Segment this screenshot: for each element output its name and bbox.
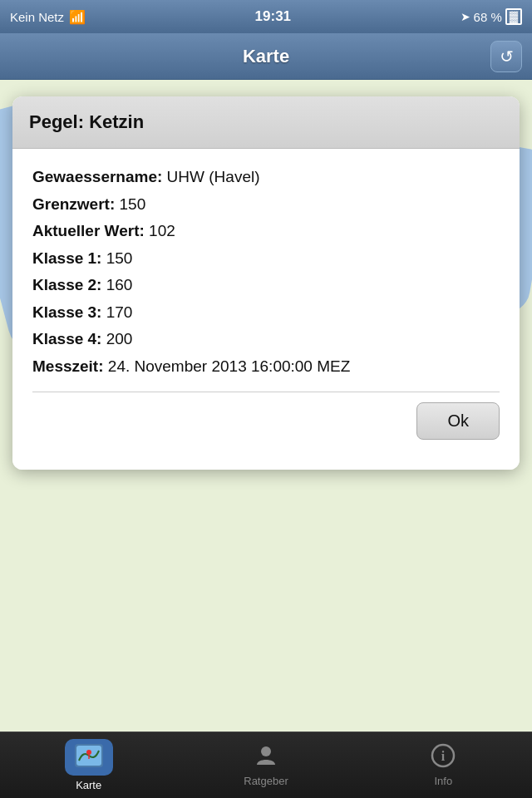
field-klasse4: Klasse 4: 200 xyxy=(32,328,500,352)
dialog-divider xyxy=(32,392,500,392)
battery-icon: ▓ xyxy=(505,8,522,25)
status-right: ➤ 68 % ▓ xyxy=(461,8,522,25)
nav-bar: Karte ↻ xyxy=(0,33,532,80)
battery-label: 68 % xyxy=(474,10,502,24)
field-klasse3: Klasse 3: 170 xyxy=(32,301,500,325)
dialog-header: Pegel: Ketzin xyxy=(12,96,520,149)
tab-karte[interactable]: Karte xyxy=(0,732,177,798)
label-klasse2: Klasse 2: xyxy=(32,276,101,293)
label-grenzwert: Grenzwert: xyxy=(32,195,115,213)
label-klasse1: Klasse 1: xyxy=(32,249,101,267)
dialog-footer: Ok xyxy=(32,402,500,453)
map-icon xyxy=(75,744,103,767)
value-messzeit: 24. November 2013 16:00:00 MEZ xyxy=(108,357,351,375)
status-time: 19:31 xyxy=(255,8,291,25)
dialog-overlay: Pegel: Ketzin Gewaessername: UHW (Havel)… xyxy=(0,80,532,732)
field-aktueller-wert: Aktueller Wert: 102 xyxy=(32,219,500,244)
label-messzeit: Messzeit: xyxy=(32,357,104,375)
value-grenzwert: 150 xyxy=(120,195,146,213)
tab-karte-icon-wrap xyxy=(65,739,113,776)
svg-point-3 xyxy=(261,746,271,756)
carrier-label: Kein Netz xyxy=(10,10,64,24)
nav-title: Karte xyxy=(243,46,289,67)
status-left: Kein Netz 📶 xyxy=(10,9,86,25)
dialog-body: Gewaessername: UHW (Havel) Grenzwert: 15… xyxy=(12,149,520,470)
info-dialog: Pegel: Ketzin Gewaessername: UHW (Havel)… xyxy=(12,96,520,470)
field-grenzwert: Grenzwert: 150 xyxy=(32,193,500,217)
value-gewaessername: UHW (Havel) xyxy=(167,168,260,185)
value-klasse4: 200 xyxy=(106,330,133,347)
label-klasse3: Klasse 3: xyxy=(32,303,101,321)
dialog-title: Pegel: Ketzin xyxy=(29,111,144,132)
tab-ratgeber[interactable]: Ratgeber xyxy=(177,732,354,798)
value-klasse2: 160 xyxy=(106,276,133,293)
field-messzeit: Messzeit: 24. November 2013 16:00:00 MEZ xyxy=(32,355,500,379)
tab-bar: Karte Ratgeber i Info xyxy=(0,732,532,798)
tab-info[interactable]: i Info xyxy=(355,732,532,798)
ok-button[interactable]: Ok xyxy=(416,402,500,440)
svg-text:i: i xyxy=(441,749,446,763)
refresh-icon: ↻ xyxy=(500,47,514,66)
tab-karte-label: Karte xyxy=(76,779,101,791)
tab-info-label: Info xyxy=(434,775,452,787)
label-klasse4: Klasse 4: xyxy=(32,330,101,347)
location-icon: ➤ xyxy=(461,10,470,23)
field-gewaessername: Gewaessername: UHW (Havel) xyxy=(32,165,500,190)
value-klasse1: 150 xyxy=(106,249,133,267)
status-bar: Kein Netz 📶 19:31 ➤ 68 % ▓ xyxy=(0,0,532,33)
value-klasse3: 170 xyxy=(106,303,133,321)
refresh-button[interactable]: ↻ xyxy=(490,41,522,72)
ratgeber-icon xyxy=(254,743,278,771)
tab-ratgeber-label: Ratgeber xyxy=(244,775,288,787)
wifi-icon: 📶 xyxy=(69,9,86,25)
value-aktueller-wert: 102 xyxy=(149,222,175,239)
field-klasse2: Klasse 2: 160 xyxy=(32,273,500,298)
label-aktueller-wert: Aktueller Wert: xyxy=(32,222,145,239)
field-klasse1: Klasse 1: 150 xyxy=(32,247,500,271)
label-gewaessername: Gewaessername: xyxy=(32,168,162,185)
info-icon: i xyxy=(431,743,456,771)
